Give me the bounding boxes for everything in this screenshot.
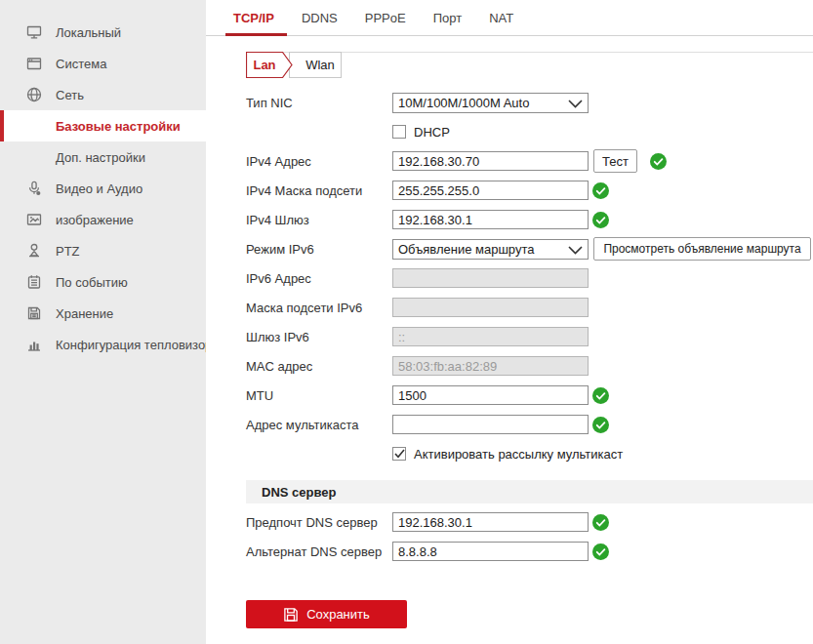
sidebar-item-label: Доп. настройки — [56, 150, 145, 165]
sidebar-item-label: изображение — [56, 213, 134, 227]
check-circle-icon — [592, 543, 609, 560]
sidebar-item-label: Система — [56, 57, 106, 71]
form-label: Режим IPv6 — [246, 242, 392, 257]
dhcp-checkbox[interactable] — [392, 125, 406, 139]
ipv6-mode-select[interactable]: Объявление маршрута — [392, 239, 589, 260]
tab-nat[interactable]: NAT — [488, 0, 514, 36]
sidebar-item-event[interactable]: По событию — [0, 266, 206, 298]
preferred-dns-input[interactable] — [392, 512, 589, 532]
save-button[interactable]: Сохранить — [246, 600, 407, 628]
check-circle-icon — [592, 182, 609, 199]
sidebar-item-label: По событию — [56, 275, 128, 290]
ipv6-gateway-input — [392, 327, 589, 346]
sidebar-item-label: Конфигурация тепловизора — [56, 338, 220, 352]
tab-tcpip[interactable]: TCP/IP — [232, 0, 275, 36]
multicast-discovery-label: Активировать рассылку мультикаст — [414, 447, 623, 462]
test-button[interactable]: Тест — [593, 149, 637, 173]
check-circle-icon — [592, 417, 609, 433]
view-route-advertisement-button[interactable]: Просмотреть объявление маршрута — [593, 237, 811, 261]
multicast-discovery-checkbox[interactable] — [392, 447, 406, 461]
save-button-label: Сохранить — [306, 607, 370, 622]
nic-type-row: Тип NIC 10M/100M/1000M Auto — [246, 88, 813, 117]
mtu-input[interactable] — [392, 385, 589, 405]
subtab-lan[interactable]: Lan — [246, 52, 293, 78]
sidebar: Локальный Система Сеть Базовые настройки… — [0, 0, 206, 644]
sidebar-item-storage[interactable]: Хранение — [0, 298, 206, 329]
dns-section-header: DNS сервер — [246, 480, 813, 503]
check-circle-icon — [592, 212, 609, 228]
sidebar-item-label: Локальный — [56, 25, 121, 40]
tab-bar: TCP/IP DDNS PPPoE Порт NAT — [206, 0, 813, 36]
ipv6-mode-row: Режим IPv6 Объявление маршрута Просмотре… — [246, 234, 813, 263]
image-icon — [24, 210, 44, 229]
microphone-icon — [24, 179, 44, 198]
form-label: IPv6 Адрес — [246, 271, 392, 286]
sidebar-item-image[interactable]: изображение — [0, 204, 206, 235]
sidebar-item-system[interactable]: Система — [0, 48, 206, 79]
sidebar-item-network[interactable]: Сеть — [0, 79, 206, 110]
mtu-row: MTU — [246, 381, 813, 410]
form-label: Адрес мультикаста — [246, 418, 392, 432]
chevron-down-icon — [568, 246, 583, 255]
subtab-wlan[interactable]: Wlan — [289, 52, 342, 78]
sidebar-item-ptz[interactable]: PTZ — [0, 235, 206, 266]
form-label: IPv4 Маска подсети — [246, 183, 392, 198]
multicast-discovery-row: Активировать рассылку мультикаст — [246, 439, 813, 468]
chevron-down-icon — [568, 100, 583, 108]
tab-ddns[interactable]: DDNS — [301, 0, 339, 36]
alternate-dns-row: Альтернат DNS сервер — [246, 537, 813, 566]
sidebar-list: Локальный Система Сеть Базовые настройки… — [0, 0, 206, 360]
dns-rows: Предпочт DNS сервер Альтернат DNS сервер — [246, 507, 813, 566]
form-label: IPv4 Адрес — [246, 154, 392, 169]
window-icon — [24, 54, 44, 73]
ipv4-subnet-mask-row: IPv4 Маска подсети — [246, 176, 813, 205]
event-icon — [24, 272, 44, 292]
form-label: Альтернат DNS сервер — [246, 544, 392, 559]
dhcp-row: DHCP — [246, 117, 813, 146]
ptz-icon — [24, 241, 44, 261]
monitor-icon — [24, 22, 44, 42]
check-circle-icon — [592, 514, 609, 531]
tab-pppoe[interactable]: PPPoE — [364, 0, 407, 36]
preferred-dns-row: Предпочт DNS сервер — [246, 507, 813, 537]
form-label: MAC адрес — [246, 359, 392, 374]
sidebar-item-advanced-settings[interactable]: Доп. настройки — [0, 141, 206, 173]
checkmark-icon — [394, 449, 405, 459]
dns-section-title: DNS сервер — [262, 485, 336, 500]
subtab-wlan-label: Wlan — [305, 58, 335, 72]
ipv4-gateway-input[interactable] — [392, 210, 589, 229]
sidebar-item-label: Видео и Аудио — [56, 181, 142, 196]
save-icon — [283, 607, 299, 623]
sidebar-item-label: Базовые настройки — [56, 119, 181, 134]
subtab-bar: Wlan Lan — [246, 52, 813, 77]
ipv4-gateway-row: IPv4 Шлюз — [246, 205, 813, 234]
form-label: Шлюз IPv6 — [246, 330, 392, 344]
multicast-address-row: Адрес мультикаста — [246, 410, 813, 439]
sidebar-item-basic-settings[interactable]: Базовые настройки — [0, 110, 206, 141]
multicast-address-input[interactable] — [392, 415, 589, 434]
form-label: Тип NIC — [246, 96, 392, 110]
ipv4-subnet-mask-input[interactable] — [392, 181, 589, 200]
sidebar-item-label: Сеть — [56, 88, 84, 102]
nic-type-select[interactable]: 10M/100M/1000M Auto — [392, 93, 589, 113]
sidebar-item-video-audio[interactable]: Видео и Аудио — [0, 173, 206, 204]
ipv6-subnet-mask-row: Маска подсети IPv6 — [246, 293, 813, 322]
bar-chart-icon — [24, 335, 44, 354]
ipv6-mode-value: Объявление маршрута — [398, 242, 534, 257]
ipv6-gateway-row: Шлюз IPv6 — [246, 322, 813, 351]
mac-address-input — [392, 356, 589, 376]
ipv6-address-row: IPv6 Адрес — [246, 263, 813, 293]
subtab-lan-label: Lan — [246, 52, 283, 78]
check-circle-icon — [592, 387, 609, 404]
main-content: TCP/IP DDNS PPPoE Порт NAT Wlan Lan Тип … — [206, 0, 813, 644]
storage-icon — [24, 303, 44, 323]
sidebar-item-local[interactable]: Локальный — [0, 17, 206, 48]
ipv4-address-input[interactable] — [392, 151, 589, 171]
tab-port[interactable]: Порт — [432, 0, 463, 36]
form-label: MTU — [246, 388, 392, 403]
sidebar-item-thermal-config[interactable]: Конфигурация тепловизора — [0, 329, 206, 360]
alternate-dns-input[interactable] — [392, 542, 589, 561]
check-circle-icon — [650, 153, 667, 170]
tcpip-form: Тип NIC 10M/100M/1000M Auto DHCP IPv4 Ад… — [246, 88, 813, 628]
ipv6-subnet-mask-input — [392, 298, 589, 317]
